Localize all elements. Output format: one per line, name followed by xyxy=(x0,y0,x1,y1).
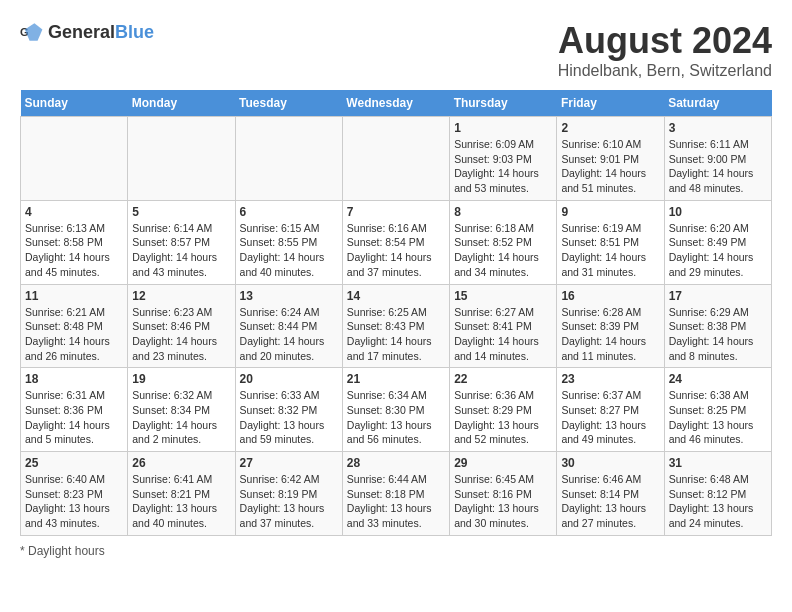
day-number: 21 xyxy=(347,372,445,386)
day-number: 4 xyxy=(25,205,123,219)
day-info: Sunrise: 6:37 AM Sunset: 8:27 PM Dayligh… xyxy=(561,388,659,447)
day-info: Sunrise: 6:21 AM Sunset: 8:48 PM Dayligh… xyxy=(25,305,123,364)
header: G GeneralBlue August 2024 Hindelbank, Be… xyxy=(20,20,772,80)
calendar-cell: 22Sunrise: 6:36 AM Sunset: 8:29 PM Dayli… xyxy=(450,368,557,452)
header-cell-thursday: Thursday xyxy=(450,90,557,117)
calendar-cell: 10Sunrise: 6:20 AM Sunset: 8:49 PM Dayli… xyxy=(664,200,771,284)
calendar-cell xyxy=(21,117,128,201)
day-number: 17 xyxy=(669,289,767,303)
calendar-cell xyxy=(235,117,342,201)
day-number: 28 xyxy=(347,456,445,470)
day-info: Sunrise: 6:44 AM Sunset: 8:18 PM Dayligh… xyxy=(347,472,445,531)
calendar-week-row: 1Sunrise: 6:09 AM Sunset: 9:03 PM Daylig… xyxy=(21,117,772,201)
day-info: Sunrise: 6:18 AM Sunset: 8:52 PM Dayligh… xyxy=(454,221,552,280)
logo-text-blue: Blue xyxy=(115,22,154,42)
day-number: 19 xyxy=(132,372,230,386)
calendar-cell: 18Sunrise: 6:31 AM Sunset: 8:36 PM Dayli… xyxy=(21,368,128,452)
day-number: 25 xyxy=(25,456,123,470)
calendar-cell: 21Sunrise: 6:34 AM Sunset: 8:30 PM Dayli… xyxy=(342,368,449,452)
calendar-cell: 31Sunrise: 6:48 AM Sunset: 8:12 PM Dayli… xyxy=(664,452,771,536)
calendar-cell xyxy=(128,117,235,201)
calendar-cell: 14Sunrise: 6:25 AM Sunset: 8:43 PM Dayli… xyxy=(342,284,449,368)
calendar-cell: 7Sunrise: 6:16 AM Sunset: 8:54 PM Daylig… xyxy=(342,200,449,284)
day-info: Sunrise: 6:19 AM Sunset: 8:51 PM Dayligh… xyxy=(561,221,659,280)
day-number: 8 xyxy=(454,205,552,219)
header-cell-tuesday: Tuesday xyxy=(235,90,342,117)
day-info: Sunrise: 6:46 AM Sunset: 8:14 PM Dayligh… xyxy=(561,472,659,531)
day-number: 3 xyxy=(669,121,767,135)
day-number: 9 xyxy=(561,205,659,219)
day-number: 30 xyxy=(561,456,659,470)
day-info: Sunrise: 6:33 AM Sunset: 8:32 PM Dayligh… xyxy=(240,388,338,447)
day-number: 29 xyxy=(454,456,552,470)
page-subtitle: Hindelbank, Bern, Switzerland xyxy=(558,62,772,80)
day-number: 12 xyxy=(132,289,230,303)
calendar-cell: 24Sunrise: 6:38 AM Sunset: 8:25 PM Dayli… xyxy=(664,368,771,452)
calendar-cell: 2Sunrise: 6:10 AM Sunset: 9:01 PM Daylig… xyxy=(557,117,664,201)
day-info: Sunrise: 6:23 AM Sunset: 8:46 PM Dayligh… xyxy=(132,305,230,364)
day-number: 22 xyxy=(454,372,552,386)
day-number: 20 xyxy=(240,372,338,386)
day-number: 10 xyxy=(669,205,767,219)
calendar-table: SundayMondayTuesdayWednesdayThursdayFrid… xyxy=(20,90,772,536)
day-number: 13 xyxy=(240,289,338,303)
header-cell-sunday: Sunday xyxy=(21,90,128,117)
day-info: Sunrise: 6:27 AM Sunset: 8:41 PM Dayligh… xyxy=(454,305,552,364)
footer-note: * Daylight hours xyxy=(20,544,772,558)
header-cell-friday: Friday xyxy=(557,90,664,117)
title-area: August 2024 Hindelbank, Bern, Switzerlan… xyxy=(558,20,772,80)
day-info: Sunrise: 6:14 AM Sunset: 8:57 PM Dayligh… xyxy=(132,221,230,280)
day-info: Sunrise: 6:41 AM Sunset: 8:21 PM Dayligh… xyxy=(132,472,230,531)
day-info: Sunrise: 6:45 AM Sunset: 8:16 PM Dayligh… xyxy=(454,472,552,531)
day-info: Sunrise: 6:16 AM Sunset: 8:54 PM Dayligh… xyxy=(347,221,445,280)
day-info: Sunrise: 6:38 AM Sunset: 8:25 PM Dayligh… xyxy=(669,388,767,447)
day-info: Sunrise: 6:24 AM Sunset: 8:44 PM Dayligh… xyxy=(240,305,338,364)
calendar-week-row: 11Sunrise: 6:21 AM Sunset: 8:48 PM Dayli… xyxy=(21,284,772,368)
calendar-cell: 3Sunrise: 6:11 AM Sunset: 9:00 PM Daylig… xyxy=(664,117,771,201)
day-info: Sunrise: 6:42 AM Sunset: 8:19 PM Dayligh… xyxy=(240,472,338,531)
logo: G GeneralBlue xyxy=(20,20,154,44)
day-number: 27 xyxy=(240,456,338,470)
calendar-cell: 28Sunrise: 6:44 AM Sunset: 8:18 PM Dayli… xyxy=(342,452,449,536)
calendar-cell: 6Sunrise: 6:15 AM Sunset: 8:55 PM Daylig… xyxy=(235,200,342,284)
day-info: Sunrise: 6:31 AM Sunset: 8:36 PM Dayligh… xyxy=(25,388,123,447)
day-number: 16 xyxy=(561,289,659,303)
calendar-cell: 1Sunrise: 6:09 AM Sunset: 9:03 PM Daylig… xyxy=(450,117,557,201)
day-info: Sunrise: 6:32 AM Sunset: 8:34 PM Dayligh… xyxy=(132,388,230,447)
calendar-cell: 5Sunrise: 6:14 AM Sunset: 8:57 PM Daylig… xyxy=(128,200,235,284)
page-title: August 2024 xyxy=(558,20,772,62)
calendar-week-row: 18Sunrise: 6:31 AM Sunset: 8:36 PM Dayli… xyxy=(21,368,772,452)
calendar-cell: 9Sunrise: 6:19 AM Sunset: 8:51 PM Daylig… xyxy=(557,200,664,284)
day-info: Sunrise: 6:34 AM Sunset: 8:30 PM Dayligh… xyxy=(347,388,445,447)
day-info: Sunrise: 6:28 AM Sunset: 8:39 PM Dayligh… xyxy=(561,305,659,364)
header-cell-saturday: Saturday xyxy=(664,90,771,117)
calendar-cell: 23Sunrise: 6:37 AM Sunset: 8:27 PM Dayli… xyxy=(557,368,664,452)
day-number: 15 xyxy=(454,289,552,303)
calendar-cell: 8Sunrise: 6:18 AM Sunset: 8:52 PM Daylig… xyxy=(450,200,557,284)
day-info: Sunrise: 6:15 AM Sunset: 8:55 PM Dayligh… xyxy=(240,221,338,280)
day-number: 23 xyxy=(561,372,659,386)
footer-text: Daylight hours xyxy=(28,544,105,558)
logo-text-general: General xyxy=(48,22,115,42)
day-info: Sunrise: 6:48 AM Sunset: 8:12 PM Dayligh… xyxy=(669,472,767,531)
day-number: 26 xyxy=(132,456,230,470)
calendar-header-row: SundayMondayTuesdayWednesdayThursdayFrid… xyxy=(21,90,772,117)
header-cell-wednesday: Wednesday xyxy=(342,90,449,117)
header-cell-monday: Monday xyxy=(128,90,235,117)
day-info: Sunrise: 6:29 AM Sunset: 8:38 PM Dayligh… xyxy=(669,305,767,364)
day-number: 7 xyxy=(347,205,445,219)
day-number: 11 xyxy=(25,289,123,303)
calendar-cell: 11Sunrise: 6:21 AM Sunset: 8:48 PM Dayli… xyxy=(21,284,128,368)
day-number: 14 xyxy=(347,289,445,303)
day-number: 1 xyxy=(454,121,552,135)
day-info: Sunrise: 6:11 AM Sunset: 9:00 PM Dayligh… xyxy=(669,137,767,196)
day-number: 6 xyxy=(240,205,338,219)
calendar-cell: 29Sunrise: 6:45 AM Sunset: 8:16 PM Dayli… xyxy=(450,452,557,536)
calendar-week-row: 25Sunrise: 6:40 AM Sunset: 8:23 PM Dayli… xyxy=(21,452,772,536)
day-number: 5 xyxy=(132,205,230,219)
day-info: Sunrise: 6:09 AM Sunset: 9:03 PM Dayligh… xyxy=(454,137,552,196)
calendar-cell: 12Sunrise: 6:23 AM Sunset: 8:46 PM Dayli… xyxy=(128,284,235,368)
calendar-cell: 19Sunrise: 6:32 AM Sunset: 8:34 PM Dayli… xyxy=(128,368,235,452)
day-info: Sunrise: 6:40 AM Sunset: 8:23 PM Dayligh… xyxy=(25,472,123,531)
calendar-cell: 27Sunrise: 6:42 AM Sunset: 8:19 PM Dayli… xyxy=(235,452,342,536)
